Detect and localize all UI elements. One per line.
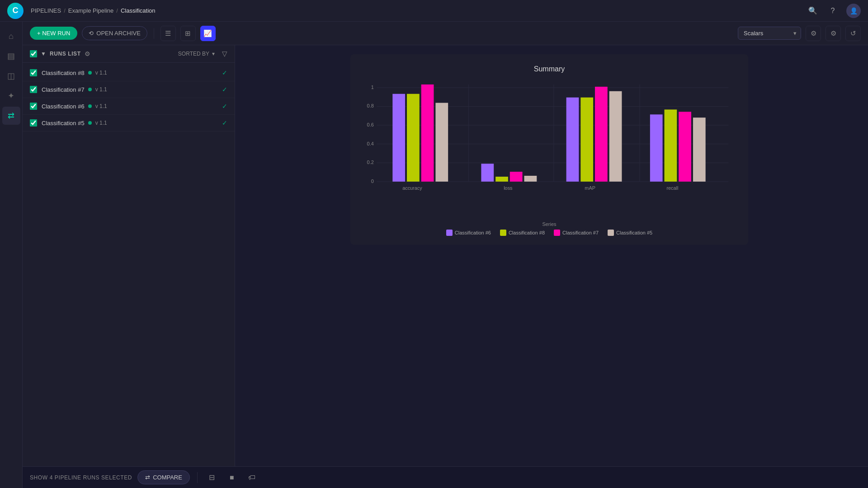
toolbar-separator (154, 28, 154, 39)
sidebar-item-home[interactable]: ⌂ (2, 27, 20, 45)
split-area: ▼ RUNS LIST ⚙ SORTED BY ▾ ▽ Classificati… (23, 45, 868, 466)
run-item[interactable]: Classification #5 v 1.1 ✓ (23, 115, 235, 131)
sidebar-item-analytics[interactable]: ▤ (2, 47, 20, 65)
bar-accuracy-7 (421, 84, 434, 182)
sorted-by-label: SORTED BY (178, 51, 209, 57)
breadcrumb-part1[interactable]: PIPELINES (31, 7, 61, 14)
legend-item-6: Classification #6 (446, 230, 491, 236)
run-checkbox-7[interactable] (30, 86, 37, 93)
run-item[interactable]: Classification #8 v 1.1 ✓ (23, 65, 235, 81)
runs-list: Classification #8 v 1.1 ✓ Classification… (23, 63, 235, 466)
run-selected-check-7: ✓ (222, 86, 227, 93)
scalars-select[interactable]: Scalars Metrics Parameters (738, 27, 801, 40)
sidebar-icons: ⌂ ▤ ◫ ✦ ⇄ (0, 22, 23, 488)
settings-filter-icon[interactable]: ⚙ (806, 26, 821, 41)
sidebar-item-compare[interactable]: ⇄ (2, 107, 20, 125)
bar-map-5 (609, 91, 622, 182)
run-selected-check-5: ✓ (222, 119, 227, 127)
legend-items: Classification #6 Classification #8 Clas… (361, 230, 737, 236)
sidebar-item-plugins[interactable]: ✦ (2, 87, 20, 105)
main-layout: ⌂ ▤ ◫ ✦ ⇄ + NEW RUN ⟲ OPEN ARCHIVE ☰ ⊞ 📈… (0, 22, 868, 488)
legend-color-6 (446, 230, 453, 236)
chart-area: Summary 1 0.8 0.6 0.4 0.2 0 (235, 45, 868, 466)
run-selected-check-8: ✓ (222, 69, 227, 76)
legend-label-6: Classification #6 (455, 230, 491, 235)
content-area: + NEW RUN ⟲ OPEN ARCHIVE ☰ ⊞ 📈 Scalars M… (23, 22, 868, 488)
run-item[interactable]: Classification #6 v 1.1 ✓ (23, 98, 235, 115)
bar-accuracy-6 (392, 94, 405, 182)
svg-text:0.6: 0.6 (367, 122, 374, 127)
gear-icon[interactable]: ⚙ (826, 26, 841, 41)
svg-text:1: 1 (371, 84, 374, 90)
chart-svg-wrapper: 1 0.8 0.6 0.4 0.2 0 (361, 82, 737, 218)
chart-legend: Series Classification #6 Classification … (361, 221, 737, 236)
refresh-icon[interactable]: ↺ (845, 26, 861, 41)
app-logo[interactable]: C (7, 3, 24, 19)
runs-panel: ▼ RUNS LIST ⚙ SORTED BY ▾ ▽ Classificati… (23, 45, 235, 466)
run-name-8: Classification #8 v 1.1 (42, 70, 217, 76)
runs-list-label: RUNS LIST (50, 51, 81, 57)
breadcrumb-sep2: / (116, 7, 118, 14)
chart-container: Summary 1 0.8 0.6 0.4 0.2 0 (350, 54, 748, 245)
svg-text:0: 0 (371, 178, 374, 184)
svg-text:0.4: 0.4 (367, 141, 374, 146)
runs-select-all-checkbox[interactable] (30, 50, 37, 57)
legend-label-8: Classification #8 (509, 230, 545, 235)
run-checkbox-8[interactable] (30, 69, 37, 76)
bar-recall-7 (679, 112, 691, 182)
avatar[interactable]: 👤 (846, 4, 861, 18)
bar-map-6 (566, 98, 579, 182)
bottom-separator (197, 472, 198, 483)
svg-text:0.2: 0.2 (367, 160, 374, 165)
open-archive-button[interactable]: ⟲ OPEN ARCHIVE (82, 26, 147, 40)
x-label-accuracy: accuracy (402, 185, 422, 191)
sorted-by-chevron: ▾ (212, 51, 215, 57)
x-label-loss: loss (504, 185, 513, 191)
series-label: Series (361, 221, 737, 227)
bar-accuracy-5 (435, 103, 448, 182)
bottom-info-text: SHOW 4 PIPELINE RUNS SELECTED (30, 474, 132, 481)
bar-loss-5 (524, 176, 537, 182)
sorted-by-control[interactable]: SORTED BY ▾ (178, 51, 215, 57)
legend-item-7: Classification #7 (554, 230, 599, 236)
run-item[interactable]: Classification #7 v 1.1 ✓ (23, 81, 235, 98)
run-checkbox-6[interactable] (30, 103, 37, 110)
legend-color-8 (500, 230, 506, 236)
run-version-7: v 1.1 (95, 86, 107, 93)
search-icon[interactable]: 🔍 (807, 5, 819, 17)
archive-icon: ⟲ (89, 30, 94, 37)
sidebar-item-layers[interactable]: ◫ (2, 67, 20, 85)
bottom-action-archive[interactable]: ⊟ (205, 470, 219, 485)
bar-recall-8 (665, 109, 677, 181)
new-run-button[interactable]: + NEW RUN (30, 27, 77, 40)
breadcrumb: PIPELINES / Example Pipeline / Classific… (31, 7, 807, 14)
bottom-action-tag[interactable]: 🏷 (245, 470, 259, 485)
runs-settings-icon[interactable]: ⚙ (85, 50, 90, 57)
open-archive-label: OPEN ARCHIVE (96, 30, 141, 37)
bar-recall-6 (650, 114, 663, 182)
run-status-dot-5 (88, 121, 92, 125)
view-grid-button[interactable]: ⊞ (180, 26, 196, 41)
help-icon[interactable]: ? (826, 5, 839, 17)
filter-icon[interactable]: ▽ (222, 50, 227, 58)
run-version-5: v 1.1 (95, 120, 107, 126)
bottom-action-square[interactable]: ■ (225, 470, 239, 485)
bar-recall-5 (693, 117, 706, 182)
compare-button[interactable]: ⇄ COMPARE (137, 470, 190, 484)
legend-item-8: Classification #8 (500, 230, 545, 236)
view-chart-button[interactable]: 📈 (200, 26, 216, 41)
scalars-select-wrapper[interactable]: Scalars Metrics Parameters (738, 27, 801, 40)
run-version-8: v 1.1 (95, 70, 107, 76)
breadcrumb-sep1: / (64, 7, 66, 14)
bar-loss-6 (481, 164, 494, 182)
view-list-button[interactable]: ☰ (160, 26, 176, 41)
legend-label-7: Classification #7 (562, 230, 599, 235)
expand-icon[interactable]: ▼ (41, 51, 46, 57)
legend-item-5: Classification #5 (608, 230, 652, 236)
run-checkbox-5[interactable] (30, 119, 37, 127)
bar-map-7 (595, 87, 608, 182)
run-version-6: v 1.1 (95, 103, 107, 109)
breadcrumb-part2[interactable]: Example Pipeline (68, 7, 113, 14)
compare-icon: ⇄ (145, 474, 150, 481)
bar-map-8 (580, 98, 593, 182)
